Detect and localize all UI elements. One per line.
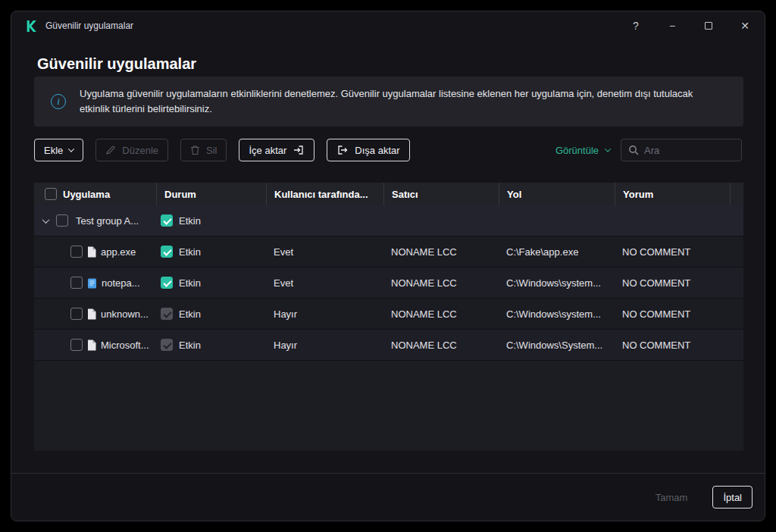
trash-icon — [190, 145, 200, 155]
minimize-button[interactable]: − — [654, 11, 690, 40]
status-label: Etkin — [179, 340, 201, 351]
ok-button[interactable]: Tamam — [647, 486, 696, 509]
status-label: Etkin — [179, 277, 201, 289]
add-button-label: Ekle — [44, 145, 63, 156]
help-icon: ? — [633, 20, 639, 32]
table-group-row[interactable]: Test group A... Etkin — [34, 205, 743, 236]
table-header: Uygulama Durum Kullanıcı tarafında... Sa… — [34, 183, 743, 205]
app-name: Microsoft... — [101, 340, 149, 351]
vendor-cell: NONAME LCC — [383, 236, 499, 267]
user-defined-cell: Hayır — [266, 299, 383, 329]
search-box[interactable] — [621, 139, 742, 161]
select-all-checkbox[interactable] — [45, 188, 57, 200]
table-row[interactable]: unknown... Etkin Hayır NONAME LCC C:\Win… — [34, 299, 743, 330]
view-dropdown[interactable]: Görüntüle — [555, 145, 610, 156]
export-icon — [336, 144, 349, 156]
info-banner-text: Uygulama güvenilir uygulamaların etkinli… — [80, 86, 728, 117]
column-header-label: Yorum — [623, 189, 653, 200]
status-checkbox[interactable] — [161, 277, 173, 289]
status-checkbox[interactable] — [161, 214, 173, 227]
path-cell: C:\Windows\system... — [499, 268, 615, 298]
status-label: Etkin — [179, 308, 201, 320]
footer: Tamam İptal — [11, 473, 765, 521]
user-defined-cell: Hayır — [266, 330, 383, 360]
path-cell: C:\Windows\System... — [499, 330, 615, 360]
import-button-label: İçe aktar — [249, 145, 286, 156]
export-button[interactable]: Dışa aktar — [327, 139, 409, 161]
app-window: Güvenilir uygulamalar ? − ✕ Güvenilir uy… — [11, 11, 765, 521]
user-defined-cell: Evet — [266, 268, 383, 298]
status-checkbox[interactable] — [161, 246, 173, 258]
import-button[interactable]: İçe aktar — [239, 139, 314, 161]
delete-button[interactable]: Sil — [180, 139, 227, 161]
import-icon — [293, 144, 305, 156]
app-name: unknown... — [101, 308, 149, 320]
row-checkbox[interactable] — [70, 308, 83, 320]
titlebar: Güvenilir uygulamalar ? − ✕ — [11, 11, 765, 40]
search-input[interactable] — [644, 145, 734, 156]
kaspersky-logo — [25, 20, 38, 33]
export-button-label: Dışa aktar — [355, 145, 399, 156]
row-checkbox[interactable] — [70, 277, 83, 289]
column-header-label: Durum — [164, 189, 196, 200]
column-header-label: Yol — [507, 189, 521, 200]
search-icon — [628, 145, 639, 155]
vendor-cell: NONAME LCC — [383, 330, 499, 360]
status-checkbox[interactable] — [161, 339, 173, 351]
path-cell: C:\Fake\app.exe — [499, 236, 615, 267]
app-name: notepa... — [102, 277, 140, 289]
close-icon: ✕ — [740, 20, 749, 32]
collapse-chevron-icon[interactable] — [42, 216, 50, 224]
app-name: app.exe — [101, 246, 136, 258]
cancel-button[interactable]: İptal — [712, 486, 753, 509]
column-header-path[interactable]: Yol — [499, 183, 615, 205]
chevron-down-icon — [605, 146, 611, 152]
vendor-cell: NONAME LCC — [383, 299, 499, 329]
window-controls: ? − ✕ — [618, 11, 765, 40]
comment-cell: NO COMMENT — [615, 330, 730, 360]
column-header-label: Uygulama — [63, 189, 110, 200]
row-checkbox[interactable] — [56, 214, 68, 227]
column-header-status[interactable]: Durum — [156, 183, 266, 205]
column-header-label: Kullanıcı tarafında... — [274, 189, 368, 200]
notepad-icon — [87, 277, 97, 289]
maximize-icon — [705, 22, 712, 30]
file-icon — [87, 246, 96, 258]
help-button[interactable]: ? — [618, 11, 654, 40]
table-empty-area — [34, 361, 743, 451]
add-button[interactable]: Ekle — [34, 139, 83, 161]
group-name: Test group A... — [76, 215, 139, 227]
status-checkbox[interactable] — [161, 308, 173, 320]
edit-button-label: Düzenle — [122, 145, 158, 156]
close-button[interactable]: ✕ — [727, 11, 763, 40]
column-header-user-defined[interactable]: Kullanıcı tarafında... — [266, 183, 383, 205]
comment-cell: NO COMMENT — [615, 299, 730, 329]
minimize-icon: − — [669, 20, 675, 32]
column-header-label: Satıcı — [392, 189, 418, 200]
status-label: Etkin — [179, 215, 201, 227]
toolbar-right: Görüntüle — [555, 139, 742, 161]
file-icon — [87, 308, 96, 320]
column-header-comment[interactable]: Yorum — [615, 183, 730, 205]
trusted-apps-table: Uygulama Durum Kullanıcı tarafında... Sa… — [34, 183, 743, 451]
toolbar: Ekle Düzenle Sil İçe aktar Dışa aktar — [34, 139, 742, 161]
table-row[interactable]: notepa... Etkin Evet NONAME LCC C:\Windo… — [34, 268, 743, 299]
maximize-button[interactable] — [690, 11, 727, 40]
page-title: Güvenilir uygulamalar — [37, 55, 196, 73]
info-icon: i — [51, 94, 66, 109]
column-header-vendor[interactable]: Satıcı — [383, 183, 499, 205]
comment-cell: NO COMMENT — [615, 268, 730, 298]
info-banner: i Uygulama güvenilir uygulamaların etkin… — [34, 77, 743, 127]
row-checkbox[interactable] — [70, 246, 83, 258]
view-dropdown-label: Görüntüle — [555, 145, 599, 156]
column-header-application[interactable]: Uygulama — [34, 183, 156, 205]
comment-cell: NO COMMENT — [615, 236, 730, 267]
table-row[interactable]: Microsoft... Etkin Hayır NONAME LCC C:\W… — [34, 330, 743, 361]
edit-button[interactable]: Düzenle — [95, 139, 168, 161]
table-row[interactable]: app.exe Etkin Evet NONAME LCC C:\Fake\ap… — [34, 236, 743, 268]
row-checkbox[interactable] — [70, 339, 83, 351]
status-label: Etkin — [179, 246, 201, 258]
path-cell: C:\Windows\system... — [499, 299, 615, 329]
user-defined-cell: Evet — [266, 236, 383, 267]
vendor-cell: NONAME LCC — [383, 268, 499, 298]
